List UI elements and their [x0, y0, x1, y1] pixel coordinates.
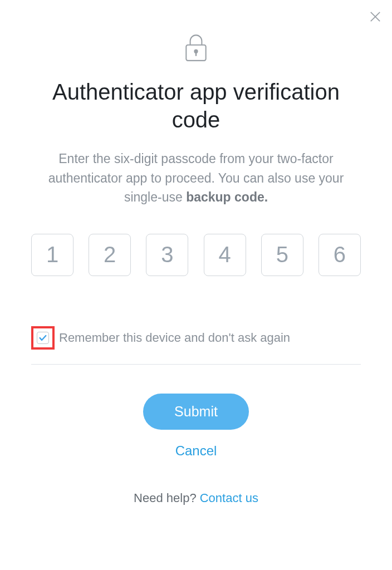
remember-device-checkbox[interactable]	[37, 332, 49, 344]
close-button[interactable]	[367, 9, 383, 24]
checkbox-highlight-box	[31, 326, 55, 350]
remember-device-label: Remember this device and don't ask again	[59, 331, 290, 345]
help-prefix: Need help?	[134, 491, 200, 505]
code-input-5[interactable]	[261, 234, 303, 276]
code-input-group	[31, 234, 361, 276]
svg-point-3	[194, 50, 197, 53]
code-input-6[interactable]	[318, 234, 361, 276]
code-input-4[interactable]	[204, 234, 246, 276]
description-text: Enter the six-digit passcode from your t…	[31, 149, 361, 207]
lock-icon	[184, 33, 208, 65]
code-input-2[interactable]	[89, 234, 131, 276]
divider-line	[31, 364, 361, 365]
page-title: Authenticator app verification code	[31, 78, 361, 134]
help-row: Need help? Contact us	[31, 491, 361, 505]
submit-button[interactable]: Submit	[143, 394, 249, 430]
backup-code-link[interactable]: backup code.	[186, 190, 268, 204]
code-input-3[interactable]	[146, 234, 188, 276]
checkmark-icon	[38, 333, 47, 342]
remember-device-row: Remember this device and don't ask again	[31, 326, 361, 350]
code-input-1[interactable]	[31, 234, 74, 276]
contact-us-link[interactable]: Contact us	[200, 491, 258, 505]
cancel-link[interactable]: Cancel	[31, 443, 361, 459]
